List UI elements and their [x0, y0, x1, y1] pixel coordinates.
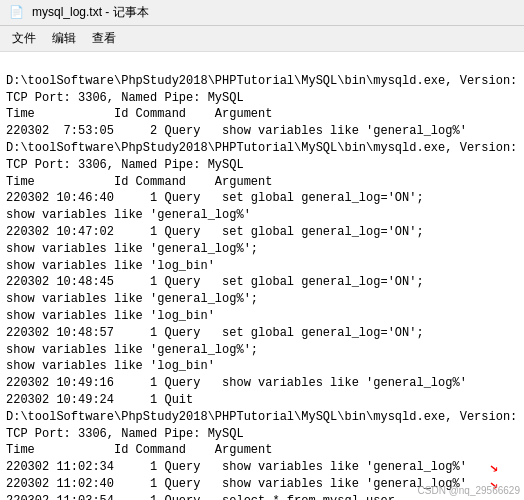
log-line: show variables like 'general_log%';: [6, 342, 518, 359]
app-icon: 📄: [8, 5, 24, 21]
log-line: TCP Port: 3306, Named Pipe: MySQL: [6, 90, 518, 107]
log-line: 220302 10:49:16 1 Query show variables l…: [6, 375, 518, 392]
content-area[interactable]: D:\toolSoftware\PhpStudy2018\PHPTutorial…: [0, 52, 524, 500]
log-line: 220302 10:49:24 1 Quit: [6, 392, 518, 409]
title-bar: 📄 mysql_log.txt - 记事本: [0, 0, 524, 26]
log-line: 220302 7:53:05 2 Query show variables li…: [6, 123, 518, 140]
log-line: TCP Port: 3306, Named Pipe: MySQL: [6, 157, 518, 174]
menu-edit[interactable]: 编辑: [44, 28, 84, 49]
log-line: show variables like 'general_log%': [6, 207, 518, 224]
log-line: 220302 11:02:34 1 Query show variables l…: [6, 459, 518, 476]
log-line: show variables like 'general_log%';: [6, 291, 518, 308]
log-line: show variables like 'log_bin': [6, 308, 518, 325]
log-line: TCP Port: 3306, Named Pipe: MySQL: [6, 426, 518, 443]
log-line: D:\toolSoftware\PhpStudy2018\PHPTutorial…: [6, 409, 518, 426]
watermark: CSDN @nq_29566629: [418, 485, 520, 496]
log-line: Time Id Command Argument: [6, 174, 518, 191]
title-text: mysql_log.txt - 记事本: [32, 4, 516, 21]
menu-bar: 文件 编辑 查看: [0, 26, 524, 52]
log-line: 220302 10:48:45 1 Query set global gener…: [6, 274, 518, 291]
log-line: Time Id Command Argument: [6, 106, 518, 123]
log-line: show variables like 'general_log%';: [6, 241, 518, 258]
menu-file[interactable]: 文件: [4, 28, 44, 49]
log-line: 220302 10:46:40 1 Query set global gener…: [6, 190, 518, 207]
log-line: Time Id Command Argument: [6, 442, 518, 459]
log-line: D:\toolSoftware\PhpStudy2018\PHPTutorial…: [6, 73, 518, 90]
log-line: D:\toolSoftware\PhpStudy2018\PHPTutorial…: [6, 140, 518, 157]
log-line: 220302 10:47:02 1 Query set global gener…: [6, 224, 518, 241]
log-line: show variables like 'log_bin': [6, 258, 518, 275]
menu-view[interactable]: 查看: [84, 28, 124, 49]
log-line: show variables like 'log_bin': [6, 358, 518, 375]
log-line: 220302 10:48:57 1 Query set global gener…: [6, 325, 518, 342]
